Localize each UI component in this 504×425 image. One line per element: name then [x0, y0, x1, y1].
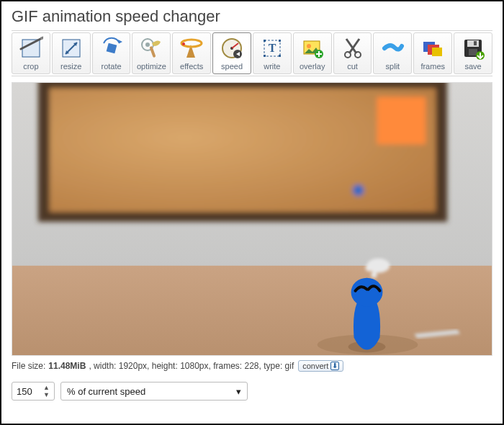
frames-button[interactable]: frames [413, 32, 452, 74]
svg-rect-15 [264, 55, 266, 57]
effects-button[interactable]: effects [172, 32, 211, 74]
chevron-down-icon: ▾ [236, 386, 241, 397]
filesize-value: 11.48MiB [48, 361, 86, 371]
tool-label: split [386, 62, 400, 71]
tool-label: save [464, 62, 481, 71]
svg-rect-29 [474, 41, 477, 45]
page-title: GIF animation speed changer [12, 7, 492, 26]
svg-rect-6 [150, 46, 156, 58]
overlay-button[interactable]: overlay [293, 32, 332, 74]
toolbar: crop resize rotate optimize effects [12, 30, 492, 76]
write-button[interactable]: T write [253, 32, 292, 74]
tool-label: frames [420, 62, 445, 71]
svg-rect-25 [432, 48, 442, 56]
convert-button[interactable]: convert ⬇ [298, 360, 343, 372]
svg-rect-27 [467, 40, 479, 47]
speed-value-text: 150 [17, 386, 32, 397]
rotate-icon [99, 36, 124, 61]
tool-label: crop [23, 62, 38, 71]
overlay-icon [300, 36, 325, 61]
resize-button[interactable]: resize [52, 32, 91, 74]
effects-icon [179, 36, 204, 61]
tool-label: write [264, 62, 280, 71]
speed-unit-text: % of current speed [67, 386, 145, 397]
svg-rect-0 [22, 40, 40, 57]
speed-button[interactable]: speed [212, 32, 251, 74]
svg-rect-13 [264, 40, 266, 42]
filesize-label: File size: [12, 361, 45, 371]
save-button[interactable]: save [454, 32, 492, 74]
cut-icon [341, 36, 365, 61]
convert-label: convert [302, 362, 328, 370]
resize-icon [59, 36, 84, 61]
dimensions-text: , width: 1920px, height: 1080px, frames:… [89, 361, 294, 371]
optimize-icon [139, 36, 163, 61]
split-icon [380, 36, 405, 61]
svg-point-37 [353, 184, 364, 196]
svg-text:T: T [269, 42, 276, 54]
tool-label: rotate [102, 62, 122, 71]
crop-icon [19, 36, 43, 61]
file-info: File size: 11.48MiB , width: 1920px, hei… [12, 360, 492, 372]
tool-label: optimize [137, 62, 166, 71]
svg-point-39 [366, 264, 373, 272]
tool-label: cut [347, 62, 358, 71]
save-icon [461, 36, 485, 61]
write-icon: T [260, 36, 284, 61]
svg-point-1 [40, 37, 43, 40]
svg-rect-32 [12, 266, 492, 355]
rotate-button[interactable]: rotate [92, 32, 131, 74]
speed-icon [220, 36, 244, 61]
optimize-button[interactable]: optimize [132, 32, 171, 74]
stepper-icon: ▲▼ [43, 385, 50, 398]
svg-rect-36 [377, 97, 426, 145]
svg-rect-16 [279, 55, 281, 57]
download-icon: ⬇ [330, 362, 339, 370]
speed-unit-select[interactable]: % of current speed ▾ [60, 382, 248, 401]
crop-button[interactable]: crop [12, 32, 50, 74]
svg-point-8 [182, 42, 185, 45]
preview-image [12, 82, 492, 356]
speed-controls: 150 ▲▼ % of current speed ▾ [12, 382, 492, 401]
tool-label: resize [60, 62, 81, 71]
svg-point-42 [351, 278, 383, 307]
svg-rect-14 [279, 40, 281, 42]
tool-label: overlay [300, 62, 325, 71]
cut-button[interactable]: cut [333, 32, 372, 74]
speed-value-input[interactable]: 150 ▲▼ [12, 382, 55, 401]
svg-rect-3 [106, 43, 117, 54]
svg-point-19 [307, 44, 311, 48]
tool-label: effects [180, 62, 203, 71]
svg-point-40 [372, 272, 377, 278]
frames-icon [420, 36, 445, 61]
tool-label: speed [221, 62, 243, 71]
split-button[interactable]: split [373, 32, 412, 74]
svg-point-5 [145, 42, 150, 47]
